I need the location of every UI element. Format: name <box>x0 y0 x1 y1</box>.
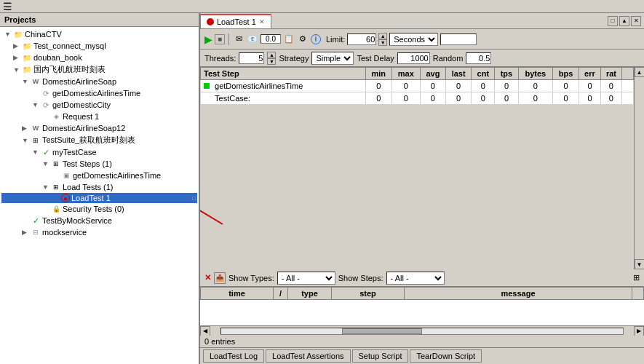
tab-loadtest-assertions[interactable]: LoadTest Assertions <box>266 349 350 363</box>
clear-filter-btn[interactable]: ✕ <box>204 273 211 282</box>
expander[interactable]: ▼ <box>13 66 22 74</box>
scroll-thumb[interactable] <box>342 328 422 334</box>
export-log-btn[interactable]: 📤 <box>214 272 226 284</box>
step-item-icon: ▣ <box>61 170 71 181</box>
entries-bar: 0 entries <box>200 336 644 347</box>
col-rat: rat <box>600 68 621 80</box>
scroll-down-arrow[interactable]: ▼ <box>635 259 645 269</box>
strategy-select[interactable]: Simple <box>311 52 354 65</box>
limit-label: Limit: <box>326 35 345 44</box>
security-icon: 🔒 <box>51 204 61 214</box>
status-indicator <box>204 83 210 89</box>
expander[interactable]: ▶ <box>13 54 22 61</box>
tree-item-douban[interactable]: ▶ 📁 douban_book <box>1 52 197 63</box>
expander[interactable]: ▼ <box>32 149 41 156</box>
show-types-select[interactable]: - All - <box>277 272 335 285</box>
results-table: Test Step min max avg last cnt tps bytes… <box>200 67 634 105</box>
expander[interactable]: ▼ <box>42 160 51 167</box>
envelope-icon[interactable]: ✉ <box>233 33 245 45</box>
expander[interactable]: ▼ <box>32 101 41 108</box>
show-steps-label: Show Steps: <box>338 274 383 282</box>
tree-item-mockservice[interactable]: ▶ ⊟ mockservice <box>1 226 197 238</box>
tree-item-request1[interactable]: ◈ Request 1 <box>1 111 197 122</box>
expander[interactable]: ▼ <box>42 183 51 191</box>
settings-icon[interactable]: ⚙ <box>297 33 309 45</box>
random-input[interactable] <box>466 52 491 64</box>
show-steps-select[interactable]: - All - <box>386 272 445 285</box>
tree-item-teststeps[interactable]: ▼ ⊞ Test Steps (1) <box>1 158 197 170</box>
entries-count: 0 entries <box>204 337 235 346</box>
log-col-slash: / <box>274 288 288 300</box>
tab-close-btn[interactable]: ✕ <box>259 18 265 25</box>
menu-icon[interactable]: ☰ <box>3 1 12 12</box>
curl-icon: ⟳ <box>41 100 51 110</box>
tab-restore-btn[interactable]: □ <box>608 16 618 26</box>
threads-down[interactable]: ▼ <box>267 58 276 65</box>
stop-button[interactable]: ■ <box>215 34 225 44</box>
tree-item-guonei[interactable]: ▼ 📁 国内飞机航班时刻表 <box>1 63 197 76</box>
table-row[interactable]: TestCase: 0 0 0 0 0 0 0 0 0 <box>201 92 634 105</box>
show-types-label: Show Types: <box>228 274 274 282</box>
tree-item-soap12[interactable]: ▶ W DomesticAirlineSoap12 <box>1 122 197 134</box>
tree-item-mytestcase[interactable]: ▼ ✓ myTestCase <box>1 146 197 158</box>
col-min: min <box>365 68 391 80</box>
tree-item-domestic-soap[interactable]: ▼ W DomesticAirlineSoap <box>1 76 197 87</box>
log-table: time / type step message <box>200 287 644 300</box>
col-bps: bps <box>553 68 579 80</box>
limit-input[interactable] <box>347 33 376 45</box>
scroll-right-arrow[interactable]: ▶ <box>634 326 644 336</box>
loadtest-tab[interactable]: LoadTest 1 ✕ <box>200 14 271 28</box>
table-right-scrollbar[interactable]: ▲ ▼ <box>634 67 644 269</box>
limit-spinner: ▲ ▼ <box>378 33 387 46</box>
horizontal-scrollbar[interactable]: ◀ ▶ <box>200 325 644 336</box>
expander[interactable]: ▶ <box>22 229 31 236</box>
info-icon[interactable]: i <box>311 34 321 44</box>
scroll-left-arrow[interactable]: ◀ <box>200 326 210 336</box>
expander[interactable]: ▶ <box>13 42 22 50</box>
tab-setup-script[interactable]: Setup Script <box>352 349 409 363</box>
tree-item-get-city[interactable]: ▼ ⟳ getDomesticCity <box>1 99 197 111</box>
toolbar: ▶ ■ ✉ 📧 0.0 📋 ⚙ i Limit: ▲ ▼ Seconds <box>200 29 644 50</box>
tree-item-chinactv[interactable]: ▼ 📁 ChinaCTV <box>1 28 197 40</box>
tree-item-security[interactable]: 🔒 Security Tests (0) <box>1 203 197 215</box>
projects-header: Projects <box>0 13 199 27</box>
extra-input[interactable] <box>440 33 477 45</box>
envelope2-icon[interactable]: 📧 <box>247 33 258 45</box>
tree-item-testbymock[interactable]: ✓ TestByMockService <box>1 215 197 226</box>
toolbar-num: 0.0 <box>261 34 281 44</box>
spin-down-btn[interactable]: ▼ <box>378 39 387 46</box>
threads-up[interactable]: ▲ <box>267 52 276 58</box>
spin-up-btn[interactable]: ▲ <box>378 33 387 39</box>
seconds-select[interactable]: Seconds <box>389 33 438 46</box>
scroll-up-arrow[interactable]: ▲ <box>635 67 645 77</box>
tab-teardown-script[interactable]: TearDown Script <box>410 349 482 363</box>
export-icon[interactable]: 📋 <box>283 33 295 45</box>
tab-loadtest-log[interactable]: LoadTest Log <box>203 349 264 363</box>
request-icon: ◈ <box>51 111 61 122</box>
tree-item-step-item[interactable]: ▣ getDomesticAirlinesTime <box>1 170 197 181</box>
test-delay-input[interactable] <box>397 52 430 64</box>
filter-bar: ✕ 📤 Show Types: - All - Show Steps: - Al… <box>200 269 644 287</box>
tab-status-icon <box>207 18 214 25</box>
table-row[interactable]: getDomesticAirlinesTime 0 0 0 0 0 0 0 0 <box>201 80 634 92</box>
expander[interactable]: ▶ <box>22 124 31 132</box>
tab-close-panel-btn[interactable]: ✕ <box>631 16 641 26</box>
test-delay-label: Test Delay <box>357 54 394 63</box>
export-icon2[interactable]: ⊞ <box>633 273 640 282</box>
expander[interactable]: ▼ <box>22 137 31 144</box>
tab-maximize-btn[interactable]: ▲ <box>619 16 629 26</box>
tree-item-loadtest1[interactable]: ● LoadTest 1 □ <box>1 193 197 203</box>
tree-item-testsuite[interactable]: ▼ ⊞ TestSuite_获取航班时刻表 <box>1 134 197 146</box>
play-button[interactable]: ▶ <box>204 33 212 45</box>
expander[interactable]: ▼ <box>4 31 13 38</box>
scroll-track[interactable] <box>220 328 624 335</box>
tree-item-test-connect[interactable]: ▶ 📁 Test_connect_mysql <box>1 40 197 52</box>
folder-icon: 📁 <box>22 52 32 63</box>
expander[interactable]: ▼ <box>22 78 31 85</box>
threads-spinner: ▲ ▼ <box>267 52 276 65</box>
folder-icon: 📁 <box>22 65 32 75</box>
threads-input[interactable] <box>239 52 264 64</box>
tree-item-loadtests[interactable]: ▼ ⊞ Load Tests (1) <box>1 181 197 193</box>
tree-item-get-time[interactable]: ⟳ getDomesticAirlinesTime <box>1 87 197 99</box>
folder-icon: 📁 <box>22 41 32 51</box>
